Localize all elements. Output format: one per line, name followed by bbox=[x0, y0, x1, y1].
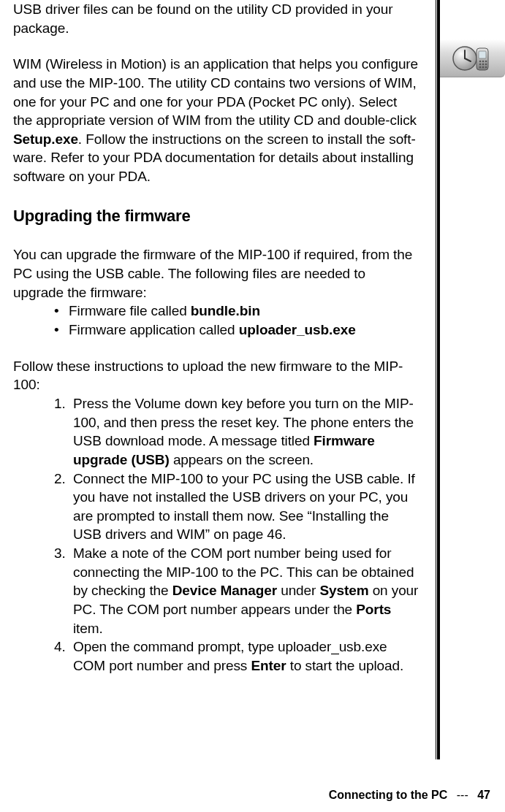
paragraph-wim: WIM (Wireless in Motion) is an applicati… bbox=[13, 55, 419, 185]
text: Firmware application called bbox=[69, 322, 239, 337]
paragraph-upgrade-intro: You can upgrade the firmware of the MIP-… bbox=[13, 245, 419, 302]
spacer bbox=[13, 226, 419, 245]
text: item. bbox=[73, 621, 103, 636]
svg-point-11 bbox=[479, 66, 482, 69]
side-border-thick bbox=[437, 0, 440, 759]
svg-point-9 bbox=[482, 64, 485, 66]
text: WIM (Wireless in Motion) is an applicati… bbox=[13, 56, 418, 128]
device-manager-label: Device Manager bbox=[172, 583, 277, 598]
svg-rect-4 bbox=[479, 51, 486, 58]
svg-point-13 bbox=[485, 66, 487, 69]
footer-separator: --- bbox=[457, 789, 468, 801]
text: appears on the screen. bbox=[170, 452, 314, 467]
side-border-thin bbox=[436, 0, 436, 759]
spacer bbox=[13, 340, 419, 357]
enter-key-label: Enter bbox=[251, 658, 286, 673]
uploader-exe-label: uploader_usb.exe bbox=[239, 322, 356, 337]
text: under bbox=[277, 583, 319, 598]
list-item: Press the Volume down key before you tur… bbox=[54, 394, 419, 470]
paragraph-usb-drivers: USB driver files can be found on the uti… bbox=[13, 0, 419, 37]
svg-point-8 bbox=[479, 64, 482, 66]
bundle-bin-label: bundle.bin bbox=[191, 303, 260, 318]
ports-label: Ports bbox=[356, 602, 391, 617]
svg-point-7 bbox=[485, 61, 487, 63]
firmware-files-list: Firmware file called bundle.bin Firmware… bbox=[13, 302, 419, 339]
svg-point-10 bbox=[485, 64, 487, 66]
list-item: Connect the MIP-100 to your PC using the… bbox=[54, 470, 419, 545]
list-item: Open the command prompt, type uploader_u… bbox=[54, 637, 419, 675]
text: to start the upload. bbox=[286, 658, 404, 673]
upload-steps-list: Press the Volume down key before you tur… bbox=[13, 394, 419, 675]
clock-phone-icon bbox=[450, 44, 494, 73]
setup-exe-label: Setup.exe bbox=[13, 131, 78, 147]
page: USB driver files can be found on the uti… bbox=[0, 0, 505, 812]
svg-point-12 bbox=[482, 66, 485, 69]
text: Firmware file called bbox=[69, 303, 191, 318]
page-number: 47 bbox=[477, 789, 490, 801]
svg-point-5 bbox=[479, 61, 482, 63]
content-column: USB driver files can be found on the uti… bbox=[13, 0, 419, 675]
heading-upgrading-firmware: Upgrading the firmware bbox=[13, 205, 419, 227]
svg-point-6 bbox=[482, 61, 485, 63]
footer-title: Connecting to the PC bbox=[329, 789, 448, 801]
spacer bbox=[13, 186, 419, 205]
page-footer: Connecting to the PC --- 47 bbox=[329, 789, 490, 802]
list-item: Firmware application called uploader_usb… bbox=[54, 321, 419, 340]
spacer bbox=[13, 37, 419, 55]
section-tab bbox=[440, 39, 505, 77]
paragraph-steps-intro: Follow these instructions to upload the … bbox=[13, 357, 419, 394]
list-item: Make a note of the COM port number being… bbox=[54, 544, 419, 637]
list-item: Firmware file called bundle.bin bbox=[54, 302, 419, 321]
text: Connect the MIP-100 to your PC using the… bbox=[73, 471, 415, 543]
system-label: System bbox=[319, 583, 368, 598]
